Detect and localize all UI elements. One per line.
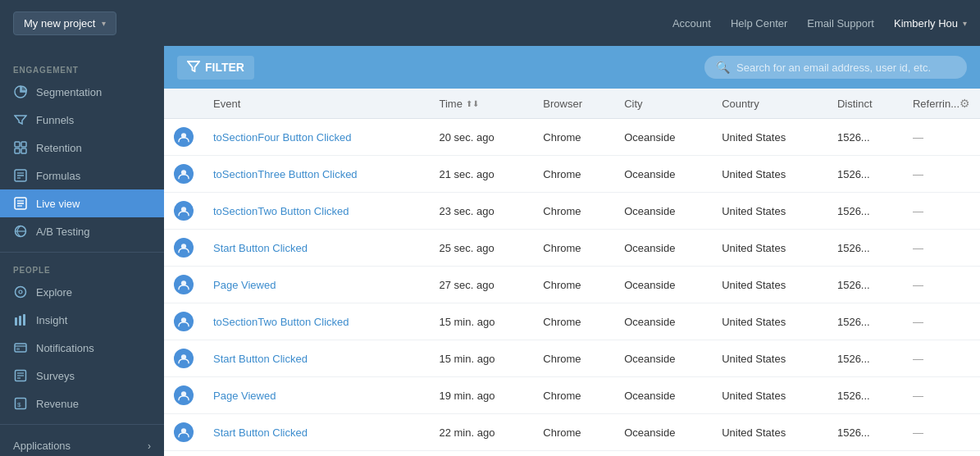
event-link[interactable]: toSectionTwo Button Clicked bbox=[213, 316, 349, 328]
cell-browser: Chrome bbox=[533, 414, 614, 451]
sidebar-item-live-view[interactable]: Live view bbox=[0, 189, 164, 217]
cell-avatar bbox=[164, 303, 203, 340]
sort-icon: ⬆⬇ bbox=[466, 99, 479, 108]
th-browser: Browser bbox=[533, 89, 614, 119]
explore-icon bbox=[13, 285, 28, 299]
sidebar-item-notifications[interactable]: Notifications bbox=[0, 334, 164, 362]
table-row: toSectionTwo Button Clicked 15 min. ago … bbox=[164, 303, 980, 340]
event-link[interactable]: Start Button Clicked bbox=[213, 353, 308, 365]
user-menu[interactable]: Kimberly Hou ▾ bbox=[894, 17, 967, 30]
avatar bbox=[174, 312, 194, 331]
cell-distinct: 1526... bbox=[827, 230, 903, 267]
grid-icon bbox=[13, 140, 28, 155]
help-center-link[interactable]: Help Center bbox=[731, 17, 787, 30]
surveys-label: Surveys bbox=[36, 370, 75, 382]
sidebar-item-insight[interactable]: Insight bbox=[0, 306, 164, 334]
formulas-label: Formulas bbox=[36, 170, 80, 182]
event-link[interactable]: Start Button Clicked bbox=[213, 242, 308, 254]
explore-label: Explore bbox=[36, 286, 72, 299]
cell-city: Oceanside bbox=[614, 267, 712, 303]
applications-label: Applications bbox=[13, 440, 71, 452]
filter-icon bbox=[187, 61, 200, 75]
cell-avatar bbox=[164, 156, 203, 193]
svg-rect-17 bbox=[19, 316, 21, 326]
cell-country: United States bbox=[712, 414, 827, 451]
user-menu-chevron-icon: ▾ bbox=[963, 19, 967, 28]
cell-avatar bbox=[164, 340, 203, 377]
svg-rect-21 bbox=[16, 348, 20, 350]
cell-time: 15 min. ago bbox=[429, 303, 533, 340]
cell-event: toSectionFour Button Clicked bbox=[203, 119, 429, 156]
svg-point-15 bbox=[19, 290, 22, 294]
th-referring: Referrin... ⚙ bbox=[903, 89, 980, 119]
cell-city: Oceanside bbox=[614, 230, 712, 267]
cell-city: Oceanside bbox=[614, 414, 712, 451]
cell-event: Page Viewed bbox=[203, 267, 429, 303]
project-name: My new project bbox=[24, 17, 95, 30]
surveys-icon bbox=[13, 368, 28, 383]
cell-browser: Chrome bbox=[533, 230, 614, 267]
svg-rect-18 bbox=[23, 314, 25, 326]
cell-distinct: 1526... bbox=[827, 119, 903, 156]
sidebar-item-formulas[interactable]: Formulas bbox=[0, 162, 164, 189]
cell-avatar bbox=[164, 119, 203, 156]
cell-referring: — bbox=[903, 340, 980, 377]
sidebar-item-explore[interactable]: Explore bbox=[0, 278, 164, 306]
cell-country: United States bbox=[712, 340, 827, 377]
cell-browser: Chrome bbox=[533, 340, 614, 377]
th-time[interactable]: Time ⬆⬇ bbox=[429, 89, 533, 119]
cell-city: Oceanside bbox=[614, 193, 712, 230]
insight-label: Insight bbox=[36, 314, 67, 326]
cell-browser: Chrome bbox=[533, 119, 614, 156]
th-distinct: Distinct bbox=[827, 89, 903, 119]
table-row: Start Button Clicked 15 min. ago Chrome … bbox=[164, 340, 980, 377]
project-selector[interactable]: My new project ▾ bbox=[13, 11, 116, 35]
sidebar-item-ab-testing[interactable]: A/B Testing bbox=[0, 217, 164, 245]
cell-distinct: 1526... bbox=[827, 414, 903, 451]
event-link[interactable]: Page Viewed bbox=[213, 279, 276, 291]
funnel-icon bbox=[13, 112, 28, 127]
search-box[interactable]: 🔍 bbox=[704, 56, 967, 79]
sidebar-item-funnels[interactable]: Funnels bbox=[0, 106, 164, 134]
project-chevron-icon: ▾ bbox=[102, 19, 106, 28]
cell-distinct: 1526... bbox=[827, 267, 903, 303]
cell-country: United States bbox=[712, 156, 827, 193]
cell-referring: — bbox=[903, 414, 980, 451]
cell-referring: — bbox=[903, 230, 980, 267]
formula-icon bbox=[13, 168, 28, 183]
cell-time: 20 sec. ago bbox=[429, 119, 533, 156]
filter-button[interactable]: FILTER bbox=[177, 56, 254, 80]
sidebar-item-revenue[interactable]: $ Revenue bbox=[0, 390, 164, 417]
column-filter-icon[interactable]: ⚙ bbox=[959, 97, 970, 110]
th-country: Country bbox=[712, 89, 827, 119]
search-icon: 🔍 bbox=[716, 61, 730, 74]
search-input[interactable] bbox=[736, 62, 955, 74]
cell-event: toSectionThree Button Clicked bbox=[203, 156, 429, 193]
sidebar-item-surveys[interactable]: Surveys bbox=[0, 362, 164, 390]
svg-rect-3 bbox=[21, 148, 26, 153]
cell-event: toSectionTwo Button Clicked bbox=[203, 193, 429, 230]
table-header-row: Event Time ⬆⬇ Browser City bbox=[164, 89, 980, 119]
sidebar-item-segmentation[interactable]: Segmentation bbox=[0, 78, 164, 106]
sidebar-applications[interactable]: Applications › bbox=[0, 431, 164, 456]
account-link[interactable]: Account bbox=[672, 17, 711, 30]
svg-rect-1 bbox=[21, 142, 26, 147]
ab-testing-icon bbox=[13, 224, 28, 239]
event-link[interactable]: toSectionThree Button Clicked bbox=[213, 168, 358, 180]
funnels-label: Funnels bbox=[36, 114, 74, 126]
applications-chevron-icon: › bbox=[148, 440, 151, 452]
cell-browser: Chrome bbox=[533, 156, 614, 193]
th-avatar bbox=[164, 89, 203, 119]
email-support-link[interactable]: Email Support bbox=[807, 17, 874, 30]
event-link[interactable]: Start Button Clicked bbox=[213, 426, 308, 439]
event-link[interactable]: toSectionFour Button Clicked bbox=[213, 131, 351, 144]
insight-icon bbox=[13, 312, 28, 327]
event-link[interactable]: Page Viewed bbox=[213, 390, 276, 402]
cell-time: 23 sec. ago bbox=[429, 193, 533, 230]
cell-browser: Chrome bbox=[533, 303, 614, 340]
sidebar-item-retention[interactable]: Retention bbox=[0, 134, 164, 162]
event-link[interactable]: toSectionTwo Button Clicked bbox=[213, 205, 349, 217]
cell-time: 21 sec. ago bbox=[429, 156, 533, 193]
sidebar-divider bbox=[0, 252, 164, 253]
cell-time: 19 min. ago bbox=[429, 377, 533, 414]
